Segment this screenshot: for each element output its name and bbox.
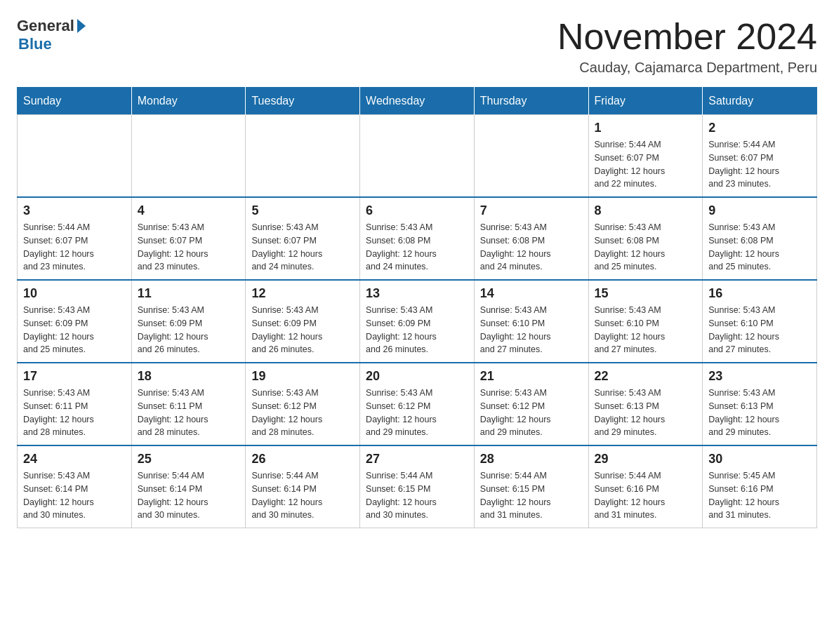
day-info: Sunrise: 5:44 AMSunset: 6:14 PMDaylight:… (138, 469, 240, 522)
logo-blue-text: Blue (18, 35, 52, 53)
day-info: Sunrise: 5:44 AMSunset: 6:07 PMDaylight:… (595, 138, 697, 191)
day-info: Sunrise: 5:43 AMSunset: 6:11 PMDaylight:… (138, 387, 240, 439)
day-number: 24 (23, 452, 126, 467)
day-number: 23 (708, 369, 811, 384)
calendar-cell: 7Sunrise: 5:43 AMSunset: 6:08 PMDaylight… (474, 197, 588, 280)
calendar-cell: 26Sunrise: 5:44 AMSunset: 6:14 PMDayligh… (246, 445, 360, 528)
day-number: 3 (23, 203, 126, 218)
calendar-cell: 1Sunrise: 5:44 AMSunset: 6:07 PMDaylight… (588, 115, 703, 198)
day-number: 8 (595, 203, 697, 218)
day-number: 25 (138, 452, 240, 467)
logo-general-text: General (17, 17, 74, 35)
day-info: Sunrise: 5:44 AMSunset: 6:07 PMDaylight:… (23, 221, 126, 274)
day-info: Sunrise: 5:43 AMSunset: 6:08 PMDaylight:… (708, 221, 811, 274)
calendar-cell: 13Sunrise: 5:43 AMSunset: 6:09 PMDayligh… (360, 280, 475, 363)
day-info: Sunrise: 5:43 AMSunset: 6:13 PMDaylight:… (595, 387, 697, 439)
calendar-cell: 2Sunrise: 5:44 AMSunset: 6:07 PMDaylight… (703, 115, 817, 198)
calendar-header-row: SundayMondayTuesdayWednesdayThursdayFrid… (18, 88, 817, 115)
calendar-cell (131, 115, 246, 198)
calendar-cell: 20Sunrise: 5:43 AMSunset: 6:12 PMDayligh… (360, 363, 475, 445)
day-number: 21 (480, 369, 583, 384)
day-number: 29 (595, 452, 697, 467)
day-info: Sunrise: 5:43 AMSunset: 6:12 PMDaylight:… (366, 387, 468, 439)
location-subtitle: Cauday, Cajamarca Department, Peru (557, 60, 817, 76)
calendar-week-row: 17Sunrise: 5:43 AMSunset: 6:11 PMDayligh… (18, 363, 817, 445)
day-number: 12 (251, 286, 354, 301)
calendar-cell: 30Sunrise: 5:45 AMSunset: 6:16 PMDayligh… (703, 445, 817, 528)
calendar-cell: 4Sunrise: 5:43 AMSunset: 6:07 PMDaylight… (131, 197, 246, 280)
day-info: Sunrise: 5:43 AMSunset: 6:10 PMDaylight:… (480, 304, 583, 356)
day-number: 16 (708, 286, 811, 301)
day-info: Sunrise: 5:43 AMSunset: 6:12 PMDaylight:… (251, 387, 354, 439)
day-info: Sunrise: 5:43 AMSunset: 6:08 PMDaylight:… (366, 221, 468, 274)
calendar-cell: 19Sunrise: 5:43 AMSunset: 6:12 PMDayligh… (246, 363, 360, 445)
day-number: 1 (595, 121, 697, 135)
calendar-cell: 14Sunrise: 5:43 AMSunset: 6:10 PMDayligh… (474, 280, 588, 363)
calendar-cell: 11Sunrise: 5:43 AMSunset: 6:09 PMDayligh… (131, 280, 246, 363)
day-info: Sunrise: 5:43 AMSunset: 6:09 PMDaylight:… (138, 304, 240, 356)
calendar-cell: 25Sunrise: 5:44 AMSunset: 6:14 PMDayligh… (131, 445, 246, 528)
logo: General Blue (17, 17, 86, 53)
day-number: 19 (251, 369, 354, 384)
weekday-header-sunday: Sunday (18, 88, 132, 115)
day-number: 9 (708, 203, 811, 218)
day-info: Sunrise: 5:43 AMSunset: 6:07 PMDaylight:… (251, 221, 354, 274)
day-info: Sunrise: 5:43 AMSunset: 6:08 PMDaylight:… (480, 221, 583, 274)
day-number: 14 (480, 286, 583, 301)
calendar-cell: 6Sunrise: 5:43 AMSunset: 6:08 PMDaylight… (360, 197, 475, 280)
calendar-cell: 23Sunrise: 5:43 AMSunset: 6:13 PMDayligh… (703, 363, 817, 445)
calendar-cell: 15Sunrise: 5:43 AMSunset: 6:10 PMDayligh… (588, 280, 703, 363)
day-info: Sunrise: 5:44 AMSunset: 6:15 PMDaylight:… (480, 469, 583, 522)
day-info: Sunrise: 5:44 AMSunset: 6:07 PMDaylight:… (708, 138, 811, 191)
calendar-week-row: 3Sunrise: 5:44 AMSunset: 6:07 PMDaylight… (18, 197, 817, 280)
day-info: Sunrise: 5:43 AMSunset: 6:11 PMDaylight:… (23, 387, 126, 439)
weekday-header-friday: Friday (588, 88, 703, 115)
calendar-cell: 18Sunrise: 5:43 AMSunset: 6:11 PMDayligh… (131, 363, 246, 445)
calendar-cell: 17Sunrise: 5:43 AMSunset: 6:11 PMDayligh… (18, 363, 132, 445)
day-number: 22 (595, 369, 697, 384)
calendar-cell: 3Sunrise: 5:44 AMSunset: 6:07 PMDaylight… (18, 197, 132, 280)
day-info: Sunrise: 5:43 AMSunset: 6:09 PMDaylight:… (251, 304, 354, 356)
day-number: 26 (251, 452, 354, 467)
day-number: 15 (595, 286, 697, 301)
day-number: 30 (708, 452, 811, 467)
day-number: 18 (138, 369, 240, 384)
day-info: Sunrise: 5:43 AMSunset: 6:08 PMDaylight:… (595, 221, 697, 274)
day-number: 10 (23, 286, 126, 301)
calendar-week-row: 10Sunrise: 5:43 AMSunset: 6:09 PMDayligh… (18, 280, 817, 363)
calendar-cell: 22Sunrise: 5:43 AMSunset: 6:13 PMDayligh… (588, 363, 703, 445)
calendar-cell (474, 115, 588, 198)
month-title: November 2024 (557, 17, 817, 57)
calendar-cell: 9Sunrise: 5:43 AMSunset: 6:08 PMDaylight… (703, 197, 817, 280)
calendar-cell: 29Sunrise: 5:44 AMSunset: 6:16 PMDayligh… (588, 445, 703, 528)
day-info: Sunrise: 5:43 AMSunset: 6:10 PMDaylight:… (595, 304, 697, 356)
calendar-cell (360, 115, 475, 198)
calendar-cell: 27Sunrise: 5:44 AMSunset: 6:15 PMDayligh… (360, 445, 475, 528)
logo-arrow-icon (77, 19, 86, 33)
calendar-cell: 28Sunrise: 5:44 AMSunset: 6:15 PMDayligh… (474, 445, 588, 528)
day-number: 5 (251, 203, 354, 218)
day-info: Sunrise: 5:43 AMSunset: 6:09 PMDaylight:… (366, 304, 468, 356)
calendar-table: SundayMondayTuesdayWednesdayThursdayFrid… (17, 87, 817, 528)
calendar-cell: 24Sunrise: 5:43 AMSunset: 6:14 PMDayligh… (18, 445, 132, 528)
day-info: Sunrise: 5:45 AMSunset: 6:16 PMDaylight:… (708, 469, 811, 522)
day-number: 6 (366, 203, 468, 218)
day-info: Sunrise: 5:43 AMSunset: 6:10 PMDaylight:… (708, 304, 811, 356)
day-info: Sunrise: 5:44 AMSunset: 6:14 PMDaylight:… (251, 469, 354, 522)
day-info: Sunrise: 5:43 AMSunset: 6:14 PMDaylight:… (23, 469, 126, 522)
calendar-week-row: 1Sunrise: 5:44 AMSunset: 6:07 PMDaylight… (18, 115, 817, 198)
weekday-header-wednesday: Wednesday (360, 88, 475, 115)
calendar-cell: 5Sunrise: 5:43 AMSunset: 6:07 PMDaylight… (246, 197, 360, 280)
day-info: Sunrise: 5:44 AMSunset: 6:16 PMDaylight:… (595, 469, 697, 522)
title-section: November 2024 Cauday, Cajamarca Departme… (557, 17, 817, 76)
day-number: 13 (366, 286, 468, 301)
weekday-header-thursday: Thursday (474, 88, 588, 115)
weekday-header-monday: Monday (131, 88, 246, 115)
calendar-cell (246, 115, 360, 198)
day-number: 2 (708, 121, 811, 135)
day-info: Sunrise: 5:43 AMSunset: 6:09 PMDaylight:… (23, 304, 126, 356)
day-number: 17 (23, 369, 126, 384)
day-number: 20 (366, 369, 468, 384)
day-info: Sunrise: 5:44 AMSunset: 6:15 PMDaylight:… (366, 469, 468, 522)
day-info: Sunrise: 5:43 AMSunset: 6:07 PMDaylight:… (138, 221, 240, 274)
